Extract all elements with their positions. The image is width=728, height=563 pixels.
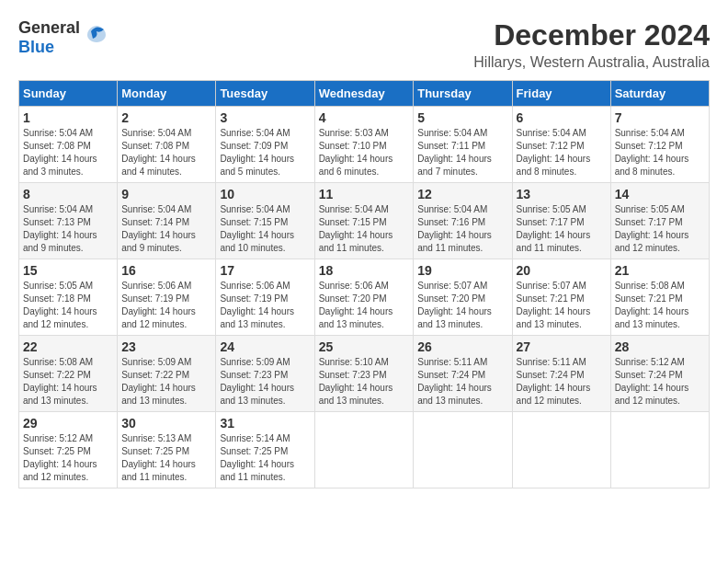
day-info: Sunrise: 5:04 AM Sunset: 7:12 PM Dayligh… [615,127,705,178]
calendar-cell: 4 Sunrise: 5:03 AM Sunset: 7:10 PM Dayli… [314,107,414,183]
day-info: Sunrise: 5:14 AM Sunset: 7:25 PM Dayligh… [220,432,310,484]
calendar-cell [314,412,414,488]
calendar-cell: 16 Sunrise: 5:06 AM Sunset: 7:19 PM Dayl… [118,259,216,336]
day-info: Sunrise: 5:04 AM Sunset: 7:09 PM Dayligh… [220,127,310,178]
calendar-cell: 9 Sunrise: 5:04 AM Sunset: 7:14 PM Dayli… [118,183,216,259]
calendar-header-saturday: Saturday [610,81,709,107]
day-number: 15 [23,263,113,278]
day-info: Sunrise: 5:09 AM Sunset: 7:22 PM Dayligh… [121,356,211,408]
calendar-cell: 30 Sunrise: 5:13 AM Sunset: 7:25 PM Dayl… [118,412,216,488]
calendar-cell: 14 Sunrise: 5:05 AM Sunset: 7:17 PM Dayl… [610,183,709,259]
calendar-week-row: 15 Sunrise: 5:05 AM Sunset: 7:18 PM Dayl… [19,259,710,336]
calendar-week-row: 1 Sunrise: 5:04 AM Sunset: 7:08 PM Dayli… [19,107,710,183]
calendar-header-tuesday: Tuesday [216,81,314,107]
calendar-table: SundayMondayTuesdayWednesdayThursdayFrid… [18,80,710,488]
day-info: Sunrise: 5:04 AM Sunset: 7:12 PM Dayligh… [517,127,607,178]
calendar-cell: 27 Sunrise: 5:11 AM Sunset: 7:24 PM Dayl… [512,336,610,412]
calendar-cell: 8 Sunrise: 5:04 AM Sunset: 7:13 PM Dayli… [19,183,118,259]
day-number: 3 [220,110,310,125]
calendar-cell: 19 Sunrise: 5:07 AM Sunset: 7:20 PM Dayl… [414,259,512,336]
day-info: Sunrise: 5:04 AM Sunset: 7:16 PM Dayligh… [417,203,507,255]
day-number: 30 [121,416,211,431]
page-header: General Blue December 2024 Hillarys, Wes… [18,18,710,71]
logo-text: General Blue [18,18,80,57]
location-subtitle: Hillarys, Western Australia, Australia [473,54,710,71]
calendar-header-row: SundayMondayTuesdayWednesdayThursdayFrid… [19,81,710,107]
day-info: Sunrise: 5:08 AM Sunset: 7:21 PM Dayligh… [615,280,705,331]
calendar-header-wednesday: Wednesday [314,81,414,107]
day-number: 17 [220,263,310,278]
calendar-cell: 24 Sunrise: 5:09 AM Sunset: 7:23 PM Dayl… [216,336,314,412]
day-info: Sunrise: 5:06 AM Sunset: 7:19 PM Dayligh… [121,280,211,331]
day-number: 10 [220,187,310,201]
day-number: 19 [417,263,507,278]
calendar-cell: 2 Sunrise: 5:04 AM Sunset: 7:08 PM Dayli… [118,107,216,183]
calendar-cell: 25 Sunrise: 5:10 AM Sunset: 7:23 PM Dayl… [314,336,414,412]
day-number: 1 [23,110,113,125]
calendar-week-row: 22 Sunrise: 5:08 AM Sunset: 7:22 PM Dayl… [19,336,710,412]
day-info: Sunrise: 5:04 AM Sunset: 7:14 PM Dayligh… [121,203,211,255]
day-number: 29 [23,416,113,431]
calendar-cell: 1 Sunrise: 5:04 AM Sunset: 7:08 PM Dayli… [19,107,118,183]
day-number: 2 [121,110,211,125]
calendar-header-sunday: Sunday [19,81,118,107]
day-number: 16 [121,263,211,278]
day-info: Sunrise: 5:04 AM Sunset: 7:15 PM Dayligh… [319,203,410,255]
calendar-cell: 11 Sunrise: 5:04 AM Sunset: 7:15 PM Dayl… [314,183,414,259]
day-info: Sunrise: 5:07 AM Sunset: 7:20 PM Dayligh… [417,280,507,331]
day-number: 27 [517,339,607,354]
calendar-cell: 22 Sunrise: 5:08 AM Sunset: 7:22 PM Dayl… [19,336,118,412]
day-info: Sunrise: 5:09 AM Sunset: 7:23 PM Dayligh… [220,356,310,408]
calendar-cell [610,412,709,488]
day-number: 20 [517,263,607,278]
day-info: Sunrise: 5:05 AM Sunset: 7:17 PM Dayligh… [615,203,705,255]
day-info: Sunrise: 5:12 AM Sunset: 7:25 PM Dayligh… [23,432,113,484]
calendar-header-monday: Monday [118,81,216,107]
day-number: 12 [417,187,507,201]
calendar-cell: 5 Sunrise: 5:04 AM Sunset: 7:11 PM Dayli… [414,107,512,183]
day-number: 18 [319,263,410,278]
day-number: 24 [220,339,310,354]
day-number: 23 [121,339,211,354]
day-number: 9 [121,187,211,201]
day-info: Sunrise: 5:12 AM Sunset: 7:24 PM Dayligh… [615,356,705,408]
calendar-cell: 18 Sunrise: 5:06 AM Sunset: 7:20 PM Dayl… [314,259,414,336]
day-info: Sunrise: 5:08 AM Sunset: 7:22 PM Dayligh… [23,356,113,408]
bird-icon [84,22,109,53]
day-number: 5 [417,110,507,125]
day-number: 6 [517,110,607,125]
day-number: 8 [23,187,113,201]
day-info: Sunrise: 5:07 AM Sunset: 7:21 PM Dayligh… [517,280,607,331]
calendar-header-thursday: Thursday [414,81,512,107]
logo-blue: Blue [18,38,54,56]
calendar-header-friday: Friday [512,81,610,107]
day-number: 11 [319,187,410,201]
calendar-cell: 31 Sunrise: 5:14 AM Sunset: 7:25 PM Dayl… [216,412,314,488]
day-info: Sunrise: 5:04 AM Sunset: 7:08 PM Dayligh… [23,127,113,178]
calendar-cell: 23 Sunrise: 5:09 AM Sunset: 7:22 PM Dayl… [118,336,216,412]
calendar-cell: 6 Sunrise: 5:04 AM Sunset: 7:12 PM Dayli… [512,107,610,183]
day-number: 14 [615,187,705,201]
day-info: Sunrise: 5:10 AM Sunset: 7:23 PM Dayligh… [319,356,410,408]
day-number: 25 [319,339,410,354]
calendar-cell: 12 Sunrise: 5:04 AM Sunset: 7:16 PM Dayl… [414,183,512,259]
calendar-cell: 21 Sunrise: 5:08 AM Sunset: 7:21 PM Dayl… [610,259,709,336]
calendar-week-row: 29 Sunrise: 5:12 AM Sunset: 7:25 PM Dayl… [19,412,710,488]
logo: General Blue [18,18,109,57]
day-info: Sunrise: 5:13 AM Sunset: 7:25 PM Dayligh… [121,432,211,484]
day-number: 4 [319,110,410,125]
calendar-cell: 7 Sunrise: 5:04 AM Sunset: 7:12 PM Dayli… [610,107,709,183]
day-info: Sunrise: 5:04 AM Sunset: 7:15 PM Dayligh… [220,203,310,255]
title-section: December 2024 Hillarys, Western Australi… [473,18,710,71]
day-info: Sunrise: 5:11 AM Sunset: 7:24 PM Dayligh… [517,356,607,408]
day-info: Sunrise: 5:06 AM Sunset: 7:20 PM Dayligh… [319,280,410,331]
day-number: 13 [517,187,607,201]
day-info: Sunrise: 5:03 AM Sunset: 7:10 PM Dayligh… [319,127,410,178]
calendar-cell [414,412,512,488]
day-number: 22 [23,339,113,354]
month-title: December 2024 [473,18,710,52]
day-number: 26 [417,339,507,354]
calendar-cell: 29 Sunrise: 5:12 AM Sunset: 7:25 PM Dayl… [19,412,118,488]
calendar-cell: 20 Sunrise: 5:07 AM Sunset: 7:21 PM Dayl… [512,259,610,336]
day-info: Sunrise: 5:06 AM Sunset: 7:19 PM Dayligh… [220,280,310,331]
